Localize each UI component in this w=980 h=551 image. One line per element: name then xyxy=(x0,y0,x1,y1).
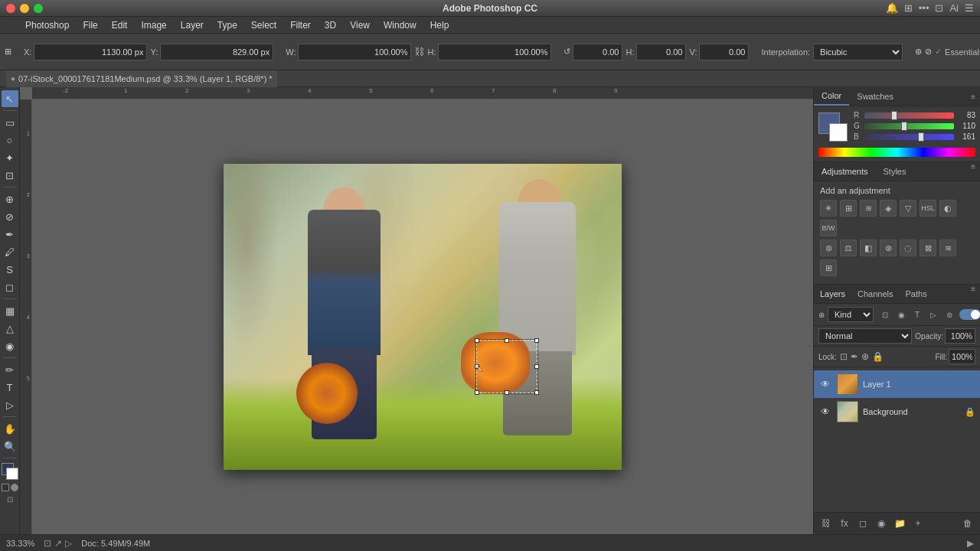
menu-view[interactable]: View xyxy=(343,17,377,34)
filter-adj-icon[interactable]: ◉ xyxy=(894,308,908,321)
dodge-tool[interactable]: ◉ xyxy=(2,337,18,354)
photo-filter-icon[interactable]: ⊚ xyxy=(820,240,837,256)
menu-select[interactable]: Select xyxy=(244,17,283,34)
apple-menu[interactable] xyxy=(3,17,18,34)
menu-help[interactable]: Help xyxy=(423,17,456,34)
color-panel-collapse[interactable]: ≡ xyxy=(966,93,980,101)
b-thumb[interactable] xyxy=(918,132,924,142)
x-input[interactable] xyxy=(34,44,147,60)
fill-input[interactable] xyxy=(949,349,975,364)
color-balance-icon[interactable]: ◐ xyxy=(939,200,956,217)
brush-tool[interactable]: ✒ xyxy=(2,226,18,243)
hsl-icon[interactable]: HSL xyxy=(920,200,936,217)
zoom-tool[interactable]: 🔍 xyxy=(2,438,18,455)
menu-type[interactable]: Type xyxy=(211,17,244,34)
minimize-button[interactable] xyxy=(20,4,29,13)
quick-mask-mode[interactable] xyxy=(2,484,18,491)
menu-photoshop[interactable]: Photoshop xyxy=(18,17,76,34)
filter-pixel-icon[interactable]: ⊡ xyxy=(878,308,892,321)
rotation-input[interactable] xyxy=(573,44,622,60)
lasso-tool[interactable]: ○ xyxy=(2,132,18,148)
tab-styles[interactable]: Styles xyxy=(876,162,914,181)
tab-color[interactable]: Color xyxy=(814,87,849,106)
crop-tool[interactable]: ⊡ xyxy=(2,167,18,184)
selective-color-icon[interactable]: ⊞ xyxy=(820,259,837,276)
quick-select-tool[interactable]: ✦ xyxy=(2,149,18,166)
b-slider[interactable] xyxy=(864,134,954,140)
interpolation-select[interactable]: Bicubic Bilinear Nearest Neighbor xyxy=(813,44,903,60)
layer-filter-select[interactable]: Kind Name Effect Mode Attribute Color xyxy=(828,307,874,322)
menu-3d[interactable]: 3D xyxy=(318,17,343,34)
tab-paths[interactable]: Paths xyxy=(900,285,933,303)
new-group-button[interactable]: 📁 xyxy=(892,516,907,531)
hand-tool[interactable]: ✋ xyxy=(2,420,18,437)
transform-tool-icon[interactable]: ⊞ xyxy=(5,41,11,63)
tab-layers[interactable]: Layers xyxy=(814,285,851,303)
eraser-tool[interactable]: ◻ xyxy=(2,279,18,295)
confirm-transform-icon[interactable]: ✓ xyxy=(935,41,942,63)
marquee-tool[interactable]: ▭ xyxy=(2,114,18,131)
document-tab[interactable]: ● 07-iStock_000017617181Medium.psd @ 33.… xyxy=(6,70,277,87)
filter-type-icon[interactable]: T xyxy=(910,308,924,321)
filter-toggle-switch[interactable] xyxy=(959,309,980,320)
layer-visibility-background[interactable]: 👁 xyxy=(818,405,832,419)
channel-mixer-icon[interactable]: ⚖ xyxy=(840,240,857,256)
blend-mode-select[interactable]: Normal Dissolve Multiply Screen Overlay xyxy=(818,328,912,344)
eyedropper-tool[interactable]: ⊕ xyxy=(2,191,18,207)
background-color-swatch[interactable] xyxy=(829,123,848,142)
y-input[interactable] xyxy=(160,44,273,60)
threshold-icon[interactable]: ⊠ xyxy=(920,240,936,256)
menu-edit[interactable]: Edit xyxy=(105,17,135,34)
brightness-contrast-icon[interactable]: ☀ xyxy=(820,200,837,217)
add-mask-button[interactable]: ◻ xyxy=(855,516,871,531)
opacity-input[interactable] xyxy=(945,328,975,344)
color-lookup-icon[interactable]: ◧ xyxy=(860,240,877,256)
color-spectrum[interactable] xyxy=(818,148,975,157)
play-button[interactable]: ▶ xyxy=(967,538,974,549)
gradient-tool[interactable]: ▦ xyxy=(2,302,18,319)
layer-visibility-layer1[interactable]: 👁 xyxy=(818,377,832,391)
screen-mode[interactable]: ⊡ xyxy=(7,495,13,504)
new-layer-button[interactable]: + xyxy=(910,516,926,531)
r-thumb[interactable] xyxy=(891,111,897,120)
adj-panel-collapse[interactable]: ≡ xyxy=(966,162,980,181)
ruler-heal-tool[interactable]: ⊘ xyxy=(2,208,18,225)
lock-image-icon[interactable]: ✒ xyxy=(851,351,858,362)
layer-row-background[interactable]: 👁 Background 🔒 xyxy=(814,398,980,425)
menu-image[interactable]: Image xyxy=(134,17,173,34)
posterize-icon[interactable]: ◌ xyxy=(900,240,916,256)
menu-filter[interactable]: Filter xyxy=(283,17,318,34)
move-tool[interactable]: ↖ xyxy=(2,90,18,107)
type-tool[interactable]: T xyxy=(2,379,18,396)
filter-smart-icon[interactable]: ⊚ xyxy=(942,308,956,321)
doc-close-icon[interactable]: ● xyxy=(11,74,15,83)
cancel-transform-icon[interactable]: ⊘ xyxy=(925,41,932,63)
lock-all-icon[interactable]: 🔒 xyxy=(872,351,884,362)
warp-icon[interactable]: ⊛ xyxy=(915,41,922,63)
traffic-lights[interactable] xyxy=(6,4,43,13)
skew-h-input[interactable] xyxy=(636,44,686,60)
invert-icon[interactable]: ⊛ xyxy=(880,240,897,256)
pen-tool[interactable]: ✏ xyxy=(2,361,18,378)
history-brush-tool[interactable]: S xyxy=(2,261,18,278)
bw-icon[interactable]: B/W xyxy=(820,220,837,236)
menu-layer[interactable]: Layer xyxy=(174,17,211,34)
link-icon[interactable]: ⛓ xyxy=(414,46,424,57)
curves-icon[interactable]: ≋ xyxy=(860,200,877,217)
gradient-map-icon[interactable]: ≋ xyxy=(939,240,956,256)
vibrance-icon[interactable]: ▽ xyxy=(900,200,916,217)
status-icon-1[interactable]: ⊡ xyxy=(44,538,51,549)
menu-window[interactable]: Window xyxy=(377,17,423,34)
h-input[interactable] xyxy=(438,44,551,60)
menu-file[interactable]: File xyxy=(76,17,104,34)
levels-icon[interactable]: ⊞ xyxy=(840,200,857,217)
tab-swatches[interactable]: Swatches xyxy=(849,87,901,106)
delete-layer-button[interactable]: 🗑 xyxy=(960,516,975,531)
tab-adjustments[interactable]: Adjustments xyxy=(814,162,876,181)
status-icon-3[interactable]: ▷ xyxy=(65,538,72,549)
maximize-button[interactable] xyxy=(34,4,43,13)
layer-row-layer1[interactable]: 👁 Layer 1 xyxy=(814,370,980,398)
status-icon-2[interactable]: ↗ xyxy=(54,538,62,549)
blur-tool[interactable]: △ xyxy=(2,320,18,337)
shape-tool[interactable]: ▷ xyxy=(2,396,18,413)
